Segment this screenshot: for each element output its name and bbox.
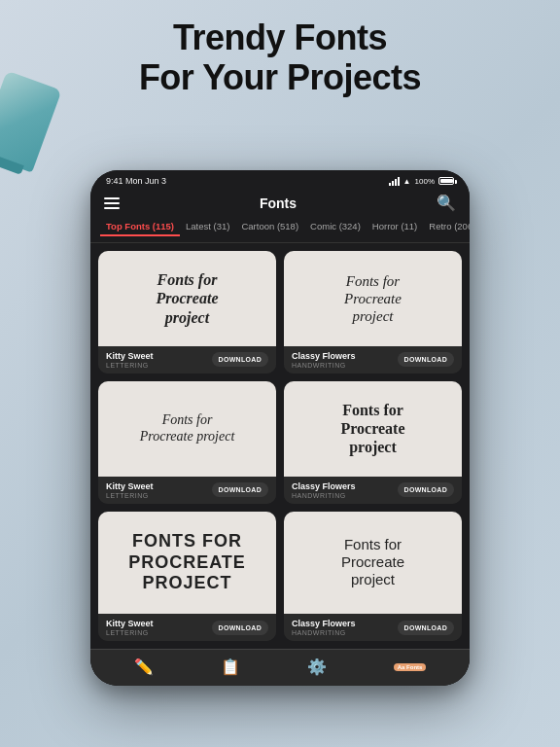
font-meta-3: Kitty Sweet LETTERING — [106, 481, 154, 499]
font-name-3: Kitty Sweet — [106, 481, 154, 491]
font-card-6: Fonts forProcreateproject Classy Flowers… — [284, 512, 462, 641]
nav-bar: Fonts 🔍 — [90, 190, 470, 218]
font-category-6: HANDWRITING — [292, 629, 356, 636]
font-preview-text-1: Fonts forProcreateproject — [157, 270, 219, 327]
fonts-tab[interactable]: Aa Fonts — [394, 663, 427, 671]
download-btn-6[interactable]: DOWNLOAD — [398, 621, 454, 635]
font-meta-1: Kitty Sweet LETTERING — [106, 351, 154, 369]
download-btn-3[interactable]: DOWNLOAD — [212, 482, 268, 497]
search-button[interactable]: 🔍 — [437, 194, 456, 212]
font-preview-5: FONTS FORPROCREATEPROJECT — [98, 512, 276, 614]
font-info-5: Kitty Sweet LETTERING DOWNLOAD — [98, 614, 276, 641]
font-info-6: Classy Flowers HANDWRITING DOWNLOAD — [284, 614, 462, 641]
category-tabs: Top Fonts (115) Latest (31) Cartoon (518… — [90, 218, 470, 243]
font-preview-6: Fonts forProcreateproject — [284, 512, 462, 614]
status-right: ▲ 100% — [389, 177, 454, 186]
battery-percent: 100% — [415, 177, 435, 186]
status-time: 9:41 Mon Jun 3 — [106, 176, 166, 186]
clipboard-tab[interactable]: 📋 — [221, 658, 240, 676]
tab-cartoon[interactable]: Cartoon (518) — [235, 218, 304, 236]
font-card-3: Fonts forProcreate project Kitty Sweet L… — [98, 381, 276, 504]
download-btn-5[interactable]: DOWNLOAD — [212, 621, 268, 635]
font-preview-text-6: Fonts forProcreateproject — [341, 536, 404, 588]
font-meta-4: Classy Flowers HANDWRITING — [292, 481, 356, 499]
pen-tab[interactable]: ✏️ — [134, 658, 154, 676]
font-category-3: LETTERING — [106, 492, 154, 499]
fonts-badge: Aa Fonts — [394, 663, 427, 671]
font-name-4: Classy Flowers — [292, 481, 356, 491]
font-preview-text-5: FONTS FORPROCREATEPROJECT — [128, 531, 246, 594]
signal-icon — [389, 177, 400, 186]
font-card-4: Fonts forProcreateproject Classy Flowers… — [284, 381, 462, 504]
font-preview-text-2: Fonts forProcreateproject — [344, 272, 402, 325]
tab-horror[interactable]: Horror (11) — [367, 218, 423, 236]
settings-tab[interactable]: ⚙️ — [307, 658, 327, 676]
font-meta-2: Classy Flowers HANDWRITING — [292, 351, 356, 369]
font-card-5: FONTS FORPROCREATEPROJECT Kitty Sweet LE… — [98, 512, 276, 641]
font-name-5: Kitty Sweet — [106, 619, 154, 628]
wifi-icon: ▲ — [403, 177, 411, 186]
font-info-1: Kitty Sweet LETTERING DOWNLOAD — [98, 346, 276, 374]
tab-retro[interactable]: Retro (206) — [423, 218, 470, 236]
font-info-3: Kitty Sweet LETTERING DOWNLOAD — [98, 477, 276, 504]
tab-comic[interactable]: Comic (324) — [304, 218, 367, 236]
font-card-2: Fonts forProcreateproject Classy Flowers… — [284, 251, 462, 374]
font-preview-text-3: Fonts forProcreate project — [140, 412, 235, 445]
font-name-1: Kitty Sweet — [106, 351, 154, 361]
font-meta-5: Kitty Sweet LETTERING — [106, 619, 154, 636]
tablet-wrapper: 9:41 Mon Jun 3 ▲ 100% Fonts 🔍 — [90, 170, 470, 686]
headline-line2: For Your Projects — [139, 57, 421, 97]
font-category-1: LETTERING — [106, 362, 154, 369]
tablet-screen: 9:41 Mon Jun 3 ▲ 100% Fonts 🔍 — [90, 170, 470, 686]
download-btn-2[interactable]: DOWNLOAD — [398, 352, 454, 367]
font-preview-1: Fonts forProcreateproject — [98, 251, 276, 346]
settings-icon: ⚙️ — [307, 658, 327, 676]
font-category-4: HANDWRITING — [292, 492, 356, 499]
font-preview-4: Fonts forProcreateproject — [284, 381, 462, 477]
font-preview-3: Fonts forProcreate project — [98, 381, 276, 477]
font-preview-text-4: Fonts forProcreateproject — [340, 401, 404, 457]
page-headline: Trendy Fonts For Your Projects — [0, 18, 560, 98]
tablet-frame: 9:41 Mon Jun 3 ▲ 100% Fonts 🔍 — [90, 170, 470, 686]
font-category-2: HANDWRITING — [292, 362, 356, 369]
nav-title: Fonts — [260, 196, 297, 211]
font-grid: Fonts forProcreateproject Kitty Sweet LE… — [90, 243, 470, 649]
menu-button[interactable] — [104, 197, 120, 209]
download-btn-1[interactable]: DOWNLOAD — [212, 352, 268, 367]
font-info-4: Classy Flowers HANDWRITING DOWNLOAD — [284, 477, 462, 504]
font-name-2: Classy Flowers — [292, 351, 356, 361]
bottom-nav: ✏️ 📋 ⚙️ Aa Fonts — [90, 649, 470, 686]
font-meta-6: Classy Flowers HANDWRITING — [292, 619, 356, 636]
tab-latest[interactable]: Latest (31) — [180, 218, 235, 236]
pen-icon: ✏️ — [134, 658, 154, 676]
status-bar: 9:41 Mon Jun 3 ▲ 100% — [90, 170, 470, 190]
font-card-1: Fonts forProcreateproject Kitty Sweet LE… — [98, 251, 276, 374]
download-btn-4[interactable]: DOWNLOAD — [398, 482, 454, 497]
font-preview-2: Fonts forProcreateproject — [284, 251, 462, 346]
font-name-6: Classy Flowers — [292, 619, 356, 628]
clipboard-icon: 📋 — [221, 658, 240, 676]
battery-icon — [438, 177, 454, 185]
font-info-2: Classy Flowers HANDWRITING DOWNLOAD — [284, 346, 462, 374]
headline-line1: Trendy Fonts — [173, 18, 387, 57]
tab-top-fonts[interactable]: Top Fonts (115) — [100, 218, 180, 236]
font-category-5: LETTERING — [106, 629, 154, 636]
